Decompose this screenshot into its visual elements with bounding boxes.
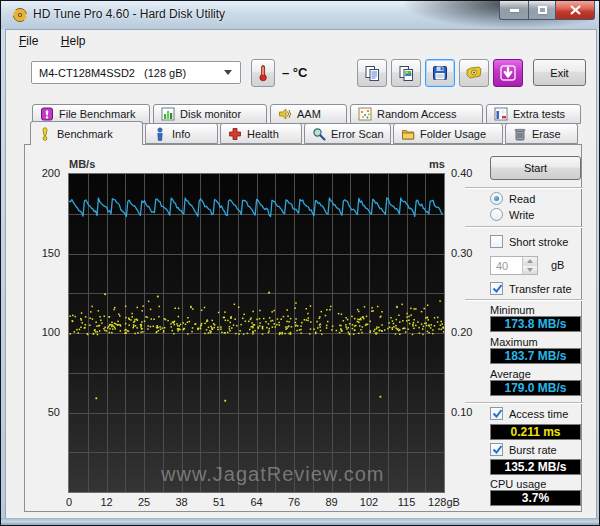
tab-label: File Benchmark — [59, 108, 135, 120]
tab-disk-monitor[interactable]: Disk monitor — [153, 104, 267, 124]
x-axis-tick: 51 — [213, 496, 225, 508]
access-time-label: Access time — [509, 408, 568, 420]
write-radio[interactable]: Write — [490, 208, 534, 221]
aam-speaker-icon — [278, 107, 292, 121]
short-stroke-label: Short stroke — [509, 236, 568, 248]
short-stroke-checkbox[interactable]: Short stroke — [490, 235, 568, 248]
titlebar[interactable]: HD Tune Pro 4.60 - Hard Disk Utility — [1, 1, 600, 29]
watermark: www.JagatReview.com — [161, 463, 385, 486]
tab-error-scan[interactable]: Error Scan — [304, 123, 391, 144]
x-axis-tick: 76 — [288, 496, 300, 508]
window-title: HD Tune Pro 4.60 - Hard Disk Utility — [33, 7, 225, 21]
y-right-tick: 0.30 — [451, 247, 472, 259]
download-arrow-icon — [500, 65, 516, 81]
cpu-usage-value: 3.7% — [490, 490, 581, 506]
right-axis-ticks: 0.400.300.200.10 — [451, 145, 491, 493]
x-axis-tick: 115 — [398, 496, 416, 508]
tab-label: Health — [247, 128, 279, 140]
window-controls — [499, 1, 595, 20]
stepper-up-icon[interactable] — [523, 257, 537, 266]
read-radio[interactable]: Read — [490, 192, 535, 205]
maximize-button[interactable] — [528, 1, 556, 20]
tab-label: Error Scan — [331, 128, 384, 140]
average-label: Average — [490, 368, 531, 380]
stepper-buttons[interactable] — [522, 257, 537, 274]
info-icon — [153, 127, 167, 141]
tab-folder-usage[interactable]: Folder Usage — [393, 123, 503, 144]
menu-file[interactable]: File — [10, 30, 47, 52]
thermometer-icon — [256, 64, 270, 82]
minimize-button[interactable] — [499, 1, 528, 20]
health-cross-icon — [228, 127, 242, 141]
y-right-tick: 0.40 — [451, 167, 472, 179]
tab-label: Folder Usage — [420, 128, 486, 140]
minimum-label: Minimum — [490, 304, 535, 316]
right-axis-unit: ms — [395, 158, 445, 170]
start-button[interactable]: Start — [490, 156, 581, 180]
separator — [465, 187, 583, 189]
close-icon — [570, 5, 581, 15]
close-button[interactable] — [556, 1, 595, 20]
save-button[interactable] — [425, 59, 455, 87]
copy-image-icon — [398, 65, 415, 82]
y-left-tick: 50 — [48, 406, 60, 418]
benchmark-chart — [68, 173, 445, 493]
cpu-usage-label: CPU usage — [490, 478, 546, 490]
burst-rate-checkbox[interactable]: Burst rate — [490, 443, 557, 456]
minimize-icon — [510, 9, 519, 12]
folder-usage-icon — [401, 127, 415, 141]
menu-bar: File Help — [6, 30, 596, 54]
transfer-rate-checkbox[interactable]: Transfer rate — [490, 282, 572, 295]
tab-aam[interactable]: AAM — [270, 104, 347, 124]
stepper-down-icon[interactable] — [523, 266, 537, 275]
tab-erase[interactable]: Erase — [505, 123, 578, 144]
tab-extra-tests[interactable]: Extra tests — [486, 104, 581, 124]
screenshot-button[interactable] — [459, 59, 489, 87]
stepper-unit-label: gB — [551, 259, 564, 271]
radio-icon — [490, 208, 503, 221]
short-stroke-size-stepper[interactable]: 40 — [490, 256, 538, 275]
tab-label: Benchmark — [57, 128, 113, 140]
x-axis-tick: 0 — [66, 496, 72, 508]
left-axis-unit: MB/s — [69, 158, 95, 170]
x-axis-tick: 38 — [175, 496, 187, 508]
maximize-icon — [538, 6, 547, 14]
tab-label: AAM — [297, 108, 321, 120]
y-left-tick: 150 — [42, 247, 60, 259]
checkbox-icon — [490, 443, 503, 456]
exit-button[interactable]: Exit — [533, 59, 586, 86]
x-axis-tick: 25 — [138, 496, 150, 508]
extra-tests-icon — [494, 107, 508, 121]
y-right-tick: 0.20 — [451, 326, 472, 338]
app-icon — [12, 7, 28, 23]
menu-help[interactable]: Help — [52, 30, 95, 52]
x-axis-tick: 128gB — [428, 496, 460, 508]
tab-random-access[interactable]: Random Access — [350, 104, 483, 124]
copy-text-button[interactable] — [357, 59, 387, 87]
copy-image-button[interactable] — [391, 59, 421, 87]
update-button[interactable] — [493, 59, 523, 87]
tab-health[interactable]: Health — [220, 123, 302, 144]
checkbox-icon — [490, 282, 503, 295]
disk-monitor-icon — [161, 107, 175, 121]
tab-info[interactable]: Info — [145, 123, 218, 144]
x-axis-ticks: 012253851647689102115128gB — [69, 496, 446, 510]
screenshot-camera-icon — [465, 65, 483, 81]
write-label: Write — [509, 209, 534, 221]
tab-benchmark[interactable]: Benchmark — [30, 121, 143, 145]
checkbox-icon — [490, 407, 503, 420]
maximum-value: 183.7 MB/s — [490, 348, 581, 364]
drive-selector[interactable]: M4-CT128M4SSD2 (128 gB) — [31, 61, 241, 84]
tab-label: Extra tests — [513, 108, 565, 120]
burst-rate-value: 135.2 MB/s — [490, 459, 581, 475]
x-axis-tick: 89 — [325, 496, 337, 508]
radio-icon — [490, 192, 503, 205]
tab-label: Erase — [532, 128, 561, 140]
file-benchmark-icon — [40, 107, 54, 121]
client-area: File Help M4-CT128M4SSD2 (128 gB) – °C — [5, 29, 597, 520]
checkbox-icon — [490, 235, 503, 248]
temperature-button[interactable] — [251, 59, 275, 87]
access-time-checkbox[interactable]: Access time — [490, 407, 568, 420]
average-value: 179.0 MB/s — [490, 380, 581, 396]
y-left-tick: 100 — [42, 326, 60, 338]
